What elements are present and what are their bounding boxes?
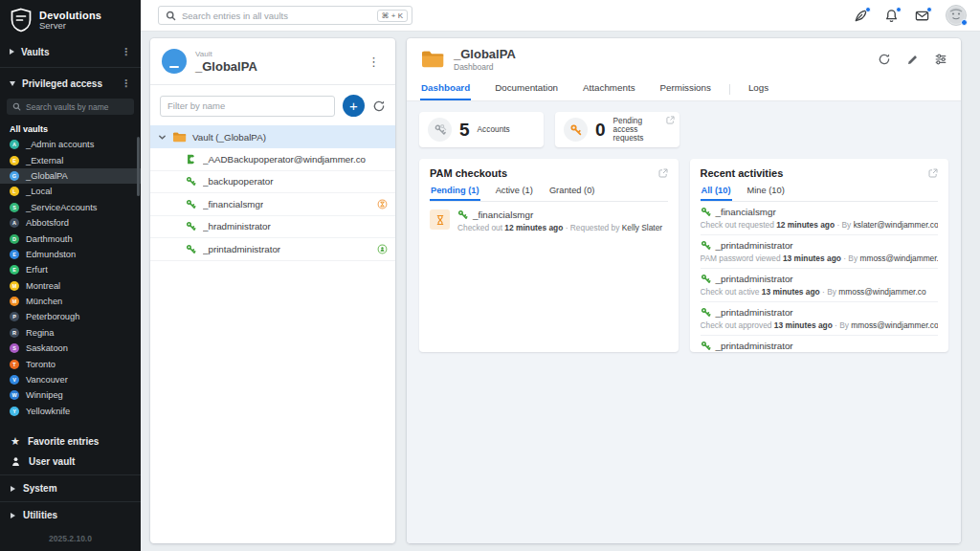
vault-avatar: E (10, 156, 19, 165)
sidebar-vault-item[interactable]: MMünchen (0, 294, 141, 309)
activity-entry-name: _financialsmgr (716, 207, 776, 217)
sidebar-vault-item[interactable]: G_GlobalPA (0, 168, 141, 184)
divider (0, 474, 141, 475)
sidebar-vault-item[interactable]: A_Admin accounts (0, 137, 141, 152)
tab-attachments[interactable]: Attachments (582, 77, 635, 100)
sidebar-vault-item[interactable]: AAbbotsford (0, 215, 141, 231)
vault-avatar: M (10, 297, 19, 306)
checked-out-badge-icon (377, 244, 388, 254)
sidebar-vault-item[interactable]: E_External (0, 152, 141, 167)
kebab-menu-icon[interactable]: ⋮ (364, 53, 384, 71)
vault-kicker: Vault (195, 50, 257, 58)
sidebar-vault-item[interactable]: WWinnipeg (0, 387, 141, 403)
external-link-icon[interactable] (658, 168, 668, 178)
main-content: Vault _GlobalPA ⋮ + Vault (_GlobalPA) _A… (141, 32, 980, 551)
brand-line2: Server (39, 20, 101, 31)
sidebar-vault-item[interactable]: EEdmundston (0, 247, 141, 262)
pam-checkout-item[interactable]: _financialsmgrChecked out 12 minutes ago… (430, 202, 668, 240)
topbar-icons (854, 5, 980, 26)
tab-documentation[interactable]: Documentation (494, 77, 559, 100)
global-search[interactable]: ⌘ + K (158, 6, 412, 25)
kebab-menu-icon[interactable]: ⋮ (121, 77, 131, 90)
user-avatar[interactable] (946, 5, 967, 26)
external-link-icon[interactable] (666, 116, 675, 124)
activities-tab-mine-10[interactable]: Mine (10) (746, 184, 786, 201)
sidebar-item-utilities[interactable]: Utilities (0, 505, 141, 525)
sidebar-vault-item[interactable]: YYellowknife (0, 404, 141, 419)
sidebar-vault-item[interactable]: VVancouver (0, 372, 141, 387)
stat-card-accounts[interactable]: 5 Accounts (419, 112, 544, 147)
sidebar-vault-item[interactable]: TToronto (0, 356, 141, 371)
sidebar-vault-item[interactable]: RRegina (0, 325, 141, 341)
activities-title: Recent activities (701, 167, 784, 179)
key-icon (186, 221, 196, 231)
activity-detail: Check out active 13 minutes ago · By mmo… (701, 287, 939, 297)
key-icon (186, 244, 196, 254)
vault-name: _Admin accounts (26, 140, 94, 149)
activity-entry-name: _printadministrator (716, 307, 793, 318)
sidebar-vault-item[interactable]: EErfurt (0, 262, 141, 277)
tab-dashboard[interactable]: Dashboard (420, 77, 471, 100)
sidebar-item-privileged-access[interactable]: Privileged access ⋮ (0, 71, 141, 96)
stat-card-pending-requests[interactable]: 0 Pending access requests (555, 112, 679, 147)
entry-row[interactable]: _backupoperator (150, 171, 395, 194)
stats-row: 5 Accounts 0 Pending access requests (419, 112, 948, 147)
refresh-icon[interactable] (372, 99, 386, 113)
global-search-input[interactable] (182, 11, 371, 21)
entry-row[interactable]: _AADBackupoperator@windjammer.co (150, 148, 395, 171)
pam-tab-pending-1[interactable]: Pending (1) (430, 184, 480, 201)
entry-row[interactable]: _hradministrator (150, 216, 395, 239)
sidebar-item-system[interactable]: System (0, 478, 141, 498)
star-icon: ★ (11, 436, 20, 447)
activity-entry-name: _printadministrator (716, 341, 793, 351)
pam-tab-granted-0[interactable]: Granted (0) (548, 184, 596, 201)
detail-title: _GlobalPA (454, 47, 516, 61)
refresh-icon[interactable] (878, 53, 891, 66)
vault-name: Darthmouth (26, 234, 73, 244)
entry-row[interactable]: _financialsmgr (150, 193, 395, 216)
vault-search-input[interactable] (26, 102, 128, 112)
sidebar-vault-item[interactable]: SSaskatoon (0, 341, 141, 356)
tree-root-vault[interactable]: Vault (_GlobalPA) (150, 125, 395, 148)
kebab-menu-icon[interactable]: ⋮ (121, 46, 131, 58)
activities-tab-all-10[interactable]: All (10) (701, 184, 732, 201)
key-icon (701, 307, 711, 318)
sidebar-vault-item[interactable]: S_ServiceAccounts (0, 200, 141, 215)
sidebar-vault-item[interactable]: L_Local (0, 184, 141, 199)
tab-permissions[interactable]: Permissions (659, 77, 712, 100)
detail-actions (878, 53, 947, 66)
edit-pencil-icon[interactable] (906, 54, 919, 66)
detail-body: 5 Accounts 0 Pending access requests PAM… (407, 101, 961, 543)
activity-item[interactable]: _printadministratorPAM password viewed 1… (701, 235, 939, 269)
key-icon (701, 274, 711, 284)
key-icon (457, 209, 468, 220)
add-entry-button[interactable]: + (343, 95, 365, 117)
sidebar-vault-item[interactable]: PPeterborough (0, 309, 141, 324)
tab-logs[interactable]: Logs (747, 77, 769, 100)
sidebar-vault-item[interactable]: MMontreal (0, 278, 141, 294)
folder-icon (420, 49, 445, 70)
bell-notification-icon[interactable] (884, 9, 899, 23)
activity-item[interactable]: _financialsmgrCheck out requested 12 min… (701, 202, 939, 235)
sidebar-item-user-vault[interactable]: User vault (0, 452, 141, 472)
activity-item[interactable]: _printadministratorCheck out active 13 m… (701, 269, 939, 302)
pam-tab-active-1[interactable]: Active (1) (495, 184, 534, 201)
activity-item[interactable]: _printadministratorCheck out requested 1… (701, 336, 939, 352)
external-link-icon[interactable] (928, 168, 938, 178)
sidebar-item-favorite-entries[interactable]: ★ Favorite entries (0, 431, 141, 452)
settings-sliders-icon[interactable] (934, 53, 947, 66)
activity-item[interactable]: _printadministratorCheck out approved 13… (701, 302, 939, 336)
filter-input[interactable] (167, 100, 327, 111)
divider (0, 67, 141, 68)
pen-notification-icon[interactable] (854, 9, 868, 23)
entry-row[interactable]: _printadministrator (150, 238, 395, 261)
pam-list: _financialsmgrChecked out 12 minutes ago… (430, 202, 668, 352)
tree-root-label: Vault (_GlobalPA) (192, 132, 266, 143)
pam-title: PAM checkouts (430, 167, 507, 179)
sidebar-vault-item[interactable]: DDarthmouth (0, 231, 141, 246)
activity-entry-name: _printadministrator (716, 240, 793, 251)
sidebar-scrollbar[interactable] (137, 137, 140, 196)
mail-notification-icon[interactable] (915, 9, 929, 23)
sidebar-item-vaults[interactable]: Vaults ⋮ (0, 39, 141, 64)
notification-dot (865, 7, 871, 12)
